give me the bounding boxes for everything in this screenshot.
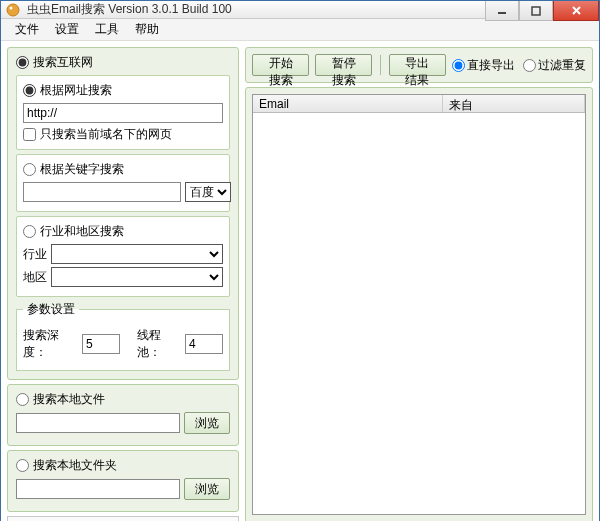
checkbox-only-domain[interactable] (23, 128, 36, 141)
pause-search-button[interactable]: 暂停搜索 (315, 54, 372, 76)
group-search-folder: 搜索本地文件夹 浏览 (7, 450, 239, 512)
right-pane: 开始搜索 暂停搜索 导出结果 直接导出 过滤重复 Email 来自 (245, 47, 593, 521)
menu-settings[interactable]: 设置 (47, 19, 87, 40)
task-list-header: 任务列表 (8, 517, 238, 521)
grid-body (253, 113, 585, 514)
params-fieldset: 参数设置 搜索深度： 线程池： (16, 301, 230, 371)
start-search-button[interactable]: 开始搜索 (252, 54, 309, 76)
status-row: Email：0 网页：0 队列：0 (252, 515, 586, 521)
depth-input[interactable] (82, 334, 120, 354)
menu-tools[interactable]: 工具 (87, 19, 127, 40)
browse-file-button[interactable]: 浏览 (184, 412, 230, 434)
label-thread: 线程池： (137, 327, 181, 361)
main-window: 虫虫Email搜索 Version 3.0.1 Build 100 文件 设置 … (0, 0, 600, 521)
grid-header: Email 来自 (253, 95, 585, 113)
radio-by-keyword[interactable] (23, 163, 36, 176)
svg-rect-3 (532, 7, 540, 15)
group-search-internet: 搜索互联网 根据网址搜索 只搜索当前域名下的网页 (7, 47, 239, 380)
svg-point-1 (10, 6, 13, 9)
titlebar: 虫虫Email搜索 Version 3.0.1 Build 100 (1, 1, 599, 19)
col-from[interactable]: 来自 (443, 95, 585, 112)
file-path-input[interactable] (16, 413, 180, 433)
folder-path-input[interactable] (16, 479, 180, 499)
url-input[interactable] (23, 103, 223, 123)
box-by-keyword: 根据关键字搜索 百度 (16, 154, 230, 212)
close-button[interactable] (553, 1, 599, 21)
client-area: 搜索互联网 根据网址搜索 只搜索当前域名下的网页 (1, 41, 599, 521)
label-search-folder: 搜索本地文件夹 (33, 457, 117, 474)
keyword-input[interactable] (23, 182, 181, 202)
label-by-industry: 行业和地区搜索 (40, 223, 124, 240)
left-pane: 搜索互联网 根据网址搜索 只搜索当前域名下的网页 (7, 47, 239, 521)
app-icon (5, 2, 21, 18)
box-by-url: 根据网址搜索 只搜索当前域名下的网页 (16, 75, 230, 150)
radio-search-folder[interactable] (16, 459, 29, 472)
label-by-keyword: 根据关键字搜索 (40, 161, 124, 178)
label-search-file: 搜索本地文件 (33, 391, 105, 408)
thread-input[interactable] (185, 334, 223, 354)
radio-search-file[interactable] (16, 393, 29, 406)
toolbar: 开始搜索 暂停搜索 导出结果 直接导出 过滤重复 (245, 47, 593, 83)
params-legend: 参数设置 (23, 301, 79, 318)
window-controls (485, 1, 599, 21)
results-grid[interactable]: Email 来自 (252, 94, 586, 515)
svg-point-0 (7, 4, 19, 16)
label-by-url: 根据网址搜索 (40, 82, 112, 99)
browse-folder-button[interactable]: 浏览 (184, 478, 230, 500)
menu-file[interactable]: 文件 (7, 19, 47, 40)
label-only-domain: 只搜索当前域名下的网页 (40, 126, 172, 143)
label-filter-dup: 过滤重复 (538, 57, 586, 74)
minimize-button[interactable] (485, 1, 519, 21)
menubar: 文件 设置 工具 帮助 (1, 19, 599, 41)
label-region: 地区 (23, 269, 47, 286)
export-mode-group: 直接导出 过滤重复 (452, 57, 586, 74)
region-select[interactable] (51, 267, 223, 287)
label-depth: 搜索深度： (23, 327, 78, 361)
industry-select[interactable] (51, 244, 223, 264)
radio-by-industry[interactable] (23, 225, 36, 238)
results-panel: Email 来自 Email：0 网页：0 队列：0 (245, 87, 593, 521)
task-list: 任务列表 (7, 516, 239, 521)
toolbar-separator (380, 55, 381, 75)
maximize-button[interactable] (519, 1, 553, 21)
radio-by-url[interactable] (23, 84, 36, 97)
export-results-button[interactable]: 导出结果 (389, 54, 446, 76)
col-email[interactable]: Email (253, 95, 443, 112)
label-direct-export: 直接导出 (467, 57, 515, 74)
radio-search-internet[interactable] (16, 56, 29, 69)
menu-help[interactable]: 帮助 (127, 19, 167, 40)
radio-filter-dup[interactable] (523, 59, 536, 72)
radio-direct-export[interactable] (452, 59, 465, 72)
engine-select[interactable]: 百度 (185, 182, 231, 202)
label-search-internet: 搜索互联网 (33, 54, 93, 71)
box-by-industry: 行业和地区搜索 行业 地区 (16, 216, 230, 297)
label-industry: 行业 (23, 246, 47, 263)
group-search-file: 搜索本地文件 浏览 (7, 384, 239, 446)
